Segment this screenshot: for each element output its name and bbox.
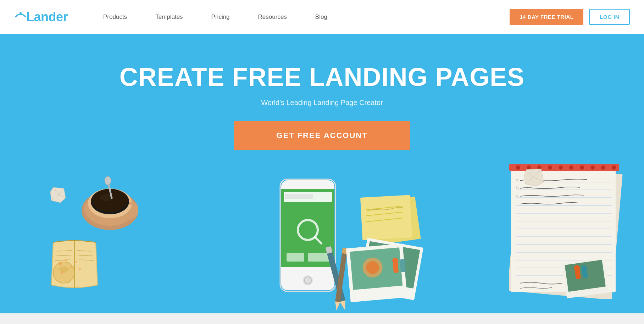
- svg-rect-49: [393, 262, 399, 273]
- svg-point-64: [601, 165, 605, 170]
- svg-point-96: [61, 271, 63, 274]
- crumple-paper-left-icon: [50, 186, 67, 203]
- trial-button[interactable]: 14 DAY FREE TRIAL: [510, 9, 583, 25]
- nav-blog[interactable]: Blog: [301, 0, 342, 34]
- nav-links: Products Templates Pricing Resources Blo…: [89, 0, 510, 34]
- svg-point-59: [548, 165, 552, 170]
- hero-title: CREATE FREE LANDING PAGES: [120, 62, 524, 92]
- svg-text:b.: b.: [516, 186, 520, 190]
- polaroid-photos-icon: [341, 235, 433, 306]
- svg-point-94: [65, 259, 67, 261]
- svg-rect-33: [360, 195, 412, 240]
- crumple-paper-right-icon: [523, 168, 545, 187]
- svg-point-95: [70, 266, 72, 268]
- svg-point-65: [612, 165, 616, 170]
- nav-resources[interactable]: Resources: [244, 0, 301, 34]
- logo[interactable]: Lander: [14, 10, 68, 24]
- svg-point-63: [590, 165, 595, 170]
- svg-point-97: [76, 261, 77, 263]
- footer-strip: Over 1,500,000 users and 3000+ brands tr…: [0, 313, 644, 324]
- nav-pricing[interactable]: Pricing: [197, 0, 244, 34]
- svg-point-98: [79, 268, 81, 270]
- svg-point-93: [59, 262, 62, 265]
- svg-point-60: [559, 165, 563, 170]
- nav-actions: 14 DAY FREE TRIAL LOG IN: [510, 9, 630, 25]
- nav-products[interactable]: Products: [89, 0, 141, 34]
- get-free-account-button[interactable]: GET FREE ACCOUNT: [234, 121, 410, 150]
- login-button[interactable]: LOG IN: [589, 9, 630, 25]
- scatter-dots-icon: [57, 257, 85, 285]
- svg-point-61: [569, 165, 573, 170]
- svg-text:c.: c.: [516, 193, 520, 198]
- svg-point-13: [105, 176, 111, 185]
- svg-text:e.: e.: [516, 178, 520, 182]
- illustration-area: e. b. c.: [0, 164, 644, 313]
- hero-section: CREATE FREE LANDING PAGES World's Leadin…: [0, 34, 644, 313]
- svg-rect-25: [285, 194, 313, 199]
- logo-text: Lander: [26, 10, 68, 24]
- hero-subtitle: World's Leading Landing Page Creator: [261, 99, 383, 107]
- coffee-cup-icon: [78, 171, 142, 235]
- svg-rect-28: [287, 253, 304, 262]
- navbar: Lander Products Templates Pricing Resour…: [0, 0, 644, 34]
- svg-point-62: [580, 165, 584, 170]
- svg-point-0: [20, 12, 22, 14]
- svg-marker-41: [334, 301, 340, 311]
- nav-templates[interactable]: Templates: [141, 0, 197, 34]
- svg-point-56: [516, 165, 520, 170]
